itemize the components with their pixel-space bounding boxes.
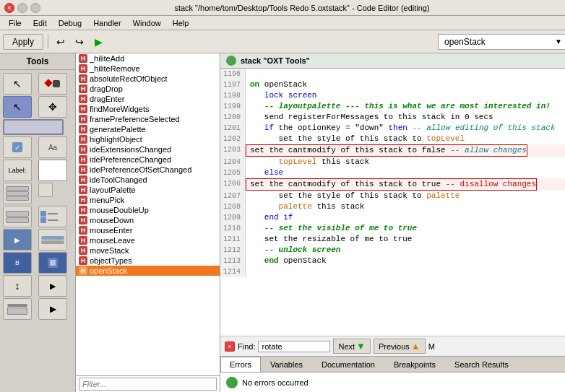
handler-item-dragdrop[interactable]: H dragDrop: [76, 84, 220, 94]
line-number: 1209: [220, 212, 246, 223]
handler-item-generatepalette[interactable]: H generatePalette: [76, 124, 220, 134]
handler-item-mousedblup[interactable]: H mouseDoubleUp: [76, 205, 220, 215]
code-line: 1201 if the optionKey = "down" then -- a…: [220, 123, 565, 134]
line-content: send registerForMessages to this stack i…: [246, 112, 493, 123]
handler-item-absoluterect[interactable]: H absoluteRectOfObject: [76, 74, 220, 84]
tool-custom[interactable]: [38, 229, 67, 251]
code-area[interactable]: 1196 1197 on openStack 1198 lock screen …: [220, 69, 565, 336]
handler-item-hiliteremove[interactable]: H _hiliteRemove: [76, 64, 220, 74]
tool-field[interactable]: [38, 160, 67, 181]
line-number: 1213: [220, 256, 246, 266]
menu-window[interactable]: Window: [127, 17, 167, 29]
handler-item-objecttypes[interactable]: H objectTypes: [76, 256, 220, 266]
code-line: 1202 set the style of this stack to topL…: [220, 134, 565, 144]
minimize-button[interactable]: [17, 3, 27, 13]
code-line: 1198 lock screen: [220, 90, 565, 101]
line-content: palette this stack: [246, 201, 364, 212]
menu-debug[interactable]: Debug: [53, 17, 87, 29]
handler-badge: H: [79, 115, 87, 123]
handler-panel: H _hiliteAdd H _hiliteRemove H absoluteR…: [76, 53, 220, 392]
maximize-button[interactable]: [30, 3, 40, 13]
line-content: -- unlock screen: [246, 245, 340, 256]
editor-stack-title: stack "OXT Tools": [241, 56, 310, 65]
handler-badge: H: [79, 64, 87, 73]
handler-badge: H: [79, 246, 87, 255]
line-number: 1199: [220, 101, 246, 112]
redo-button[interactable]: ↪: [72, 34, 87, 50]
tab-search-results[interactable]: Search Results: [445, 357, 518, 372]
handler-item-idepref[interactable]: H idePreferenceChanged: [76, 154, 220, 165]
tool-graphic2[interactable]: [38, 252, 67, 274]
stack-dropdown[interactable]: openStack: [438, 34, 565, 50]
run-button[interactable]: ▶: [90, 34, 106, 50]
handler-name: moveStack: [90, 246, 129, 255]
undo-button[interactable]: ↩: [53, 34, 69, 50]
toolbar: Apply ↩ ↪ ▶ openStack ▼: [0, 30, 565, 53]
find-close-button[interactable]: ×: [225, 341, 235, 352]
handler-item-ideprefset[interactable]: H idePreferenceOfSetChanged: [76, 165, 220, 175]
tool-checkbox[interactable]: ✓: [3, 136, 32, 158]
tab-variables[interactable]: Variables: [261, 357, 312, 372]
handler-item-layout[interactable]: H layoutPalette: [76, 185, 220, 195]
tool-button[interactable]: [3, 119, 64, 135]
tab-errors[interactable]: Errors: [220, 357, 261, 373]
tool-extra1[interactable]: ↕: [3, 275, 32, 297]
tool-bottom1[interactable]: [3, 298, 32, 320]
handler-item-dragenter[interactable]: H dragEnter: [76, 94, 220, 104]
apply-button[interactable]: Apply: [3, 34, 43, 50]
tool-label[interactable]: Label:: [3, 160, 32, 181]
tool-graphic1[interactable]: B: [3, 252, 32, 274]
handler-list: H _hiliteAdd H _hiliteRemove H absoluteR…: [76, 53, 220, 375]
handler-badge: H: [79, 54, 87, 63]
tab-breakpoints[interactable]: Breakpoints: [384, 357, 445, 372]
tool-shapes[interactable]: [38, 73, 67, 95]
filter-box: [76, 375, 220, 392]
close-button[interactable]: ×: [4, 3, 14, 13]
tool-extra2[interactable]: ▶: [38, 275, 67, 297]
editor-header: stack "OXT Tools": [220, 53, 565, 69]
menu-edit[interactable]: Edit: [27, 17, 53, 29]
handler-item-hilitadd[interactable]: H _hiliteAdd: [76, 53, 220, 64]
tool-list[interactable]: [38, 206, 67, 227]
handler-item-openstack[interactable]: H openStack: [76, 266, 220, 276]
line-number: 1204: [220, 157, 246, 167]
next-arrow-icon: ▼: [356, 341, 366, 352]
tool-text[interactable]: Aa: [38, 136, 67, 158]
handler-item-movestack[interactable]: H moveStack: [76, 245, 220, 256]
find-previous-button[interactable]: Previous ▲: [374, 339, 426, 354]
find-bar: × Find: Next ▼ Previous ▲ M: [220, 336, 565, 356]
handler-item-framepreference[interactable]: H framePreferenceSelected: [76, 114, 220, 124]
tool-move[interactable]: ✥: [38, 96, 67, 118]
code-line: 1196: [220, 69, 565, 79]
tab-documentation[interactable]: Documentation: [312, 357, 384, 372]
tool-select[interactable]: ↖: [3, 96, 32, 118]
menu-handler[interactable]: Handler: [87, 17, 127, 29]
handler-badge: H: [79, 165, 87, 174]
handler-name: objectTypes: [90, 256, 132, 265]
tool-bottom2[interactable]: ▶: [38, 298, 67, 320]
tool-table[interactable]: [38, 183, 53, 197]
handler-name: mouseEnter: [90, 226, 132, 235]
menu-help[interactable]: Help: [167, 17, 195, 29]
code-line-1203: 1203 set the cantmodify of this stack to…: [220, 144, 565, 157]
handler-item-highlight[interactable]: H highlightObject: [76, 134, 220, 144]
find-input[interactable]: [258, 341, 330, 352]
handler-item-mousedown[interactable]: H mouseDown: [76, 215, 220, 225]
handler-item-ideext[interactable]: H ideExtensionsChanged: [76, 144, 220, 154]
tool-player[interactable]: ▶: [3, 229, 32, 251]
handler-item-idetool[interactable]: H ideToolChanged: [76, 175, 220, 185]
title-bar: × stack "/home/tom/Desktop/Tools Redo 5.…: [0, 0, 565, 16]
menu-file[interactable]: File: [3, 17, 27, 29]
filter-input[interactable]: [79, 378, 217, 391]
find-next-button[interactable]: Next ▼: [333, 339, 371, 354]
handler-item-findmore[interactable]: H findMoreWidgets: [76, 104, 220, 114]
handler-item-menupick[interactable]: H menuPick: [76, 195, 220, 205]
handler-item-mouseleave[interactable]: H mouseLeave: [76, 235, 220, 245]
handler-name: idePreferenceChanged: [90, 155, 171, 164]
tool-group[interactable]: [3, 183, 32, 204]
handler-item-mouseenter[interactable]: H mouseEnter: [76, 225, 220, 235]
code-line: 1213 end openStack: [220, 256, 565, 266]
tool-arrow[interactable]: ↖: [3, 73, 32, 95]
tool-scroll[interactable]: [3, 206, 32, 227]
handler-name: generatePalette: [90, 125, 146, 134]
